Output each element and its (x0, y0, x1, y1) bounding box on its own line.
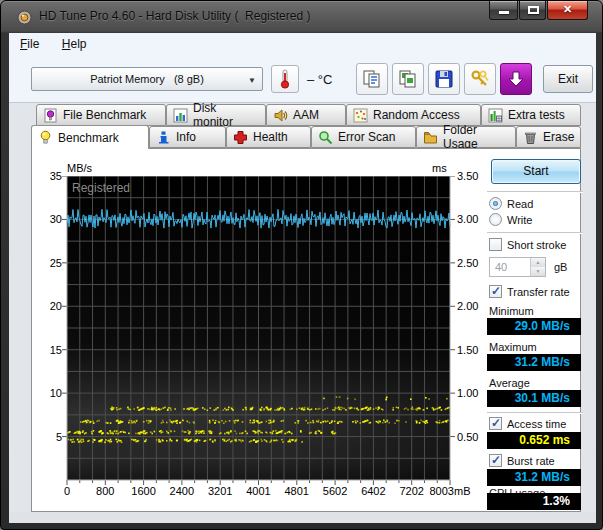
bar-monitor-icon (173, 108, 188, 123)
stepper-buttons[interactable]: ▲ ▼ (530, 258, 545, 276)
tab-error-scan[interactable]: Error Scan (311, 126, 416, 148)
capacity-unit: gB (554, 261, 567, 273)
tab-label: Extra tests (508, 108, 565, 122)
y-left-tick-label: 10 (32, 387, 62, 399)
menu-file[interactable]: File (13, 33, 46, 51)
y-right-tick-label: 1.00 (457, 387, 497, 399)
yellow-lamp-icon (38, 130, 53, 145)
tab-file-benchmark[interactable]: File Benchmark (36, 104, 166, 126)
temperature-button[interactable] (271, 65, 299, 93)
benchmark-chart: Registered (61, 176, 456, 488)
y-right-tick-label: 0.50 (457, 431, 497, 443)
folder-icon (423, 130, 438, 145)
caption-buttons: ✕ (488, 1, 588, 20)
maximize-button[interactable] (519, 1, 546, 20)
app-icon (17, 10, 32, 25)
maximum-value: 31.2 MB/s (487, 354, 581, 371)
tab-label: Disk monitor (193, 101, 259, 129)
stepper-up-icon[interactable]: ▲ (531, 258, 545, 267)
download-arrow-icon (507, 70, 525, 88)
tab-erase[interactable]: Erase (516, 126, 581, 148)
drive-select-value: Patriot Memory (8 gB) (90, 73, 204, 85)
burst-rate-value: 31.2 MB/s (487, 469, 581, 486)
read-radio[interactable] (489, 197, 502, 210)
y-right-axis-unit: ms (432, 162, 447, 174)
tab-folder-usage[interactable]: Folder Usage (416, 126, 516, 148)
start-button[interactable]: Start (491, 159, 581, 184)
red-cross-icon (233, 130, 248, 145)
tab-label: Random Access (373, 108, 460, 122)
access-time-checkbox[interactable] (489, 417, 502, 430)
capacity-row: 40 ▲ ▼ gB (489, 257, 567, 277)
tab-label: Benchmark (58, 131, 119, 145)
exit-button[interactable]: Exit (543, 65, 593, 93)
tab-label: Health (253, 130, 288, 144)
scatter-dots-icon (353, 108, 368, 123)
toolbar: Patriot Memory (8 gB) ▼ – °C (9, 57, 596, 103)
capacity-stepper[interactable]: 40 ▲ ▼ (489, 257, 546, 277)
purple-lamp-icon (43, 108, 58, 123)
tab-label: AAM (293, 108, 319, 122)
chevron-down-icon: ▼ (248, 76, 256, 85)
transfer-rate-label: Transfer rate (507, 286, 570, 298)
y-left-tick-label: 5 (32, 431, 62, 443)
y-left-axis-unit: MB/s (67, 162, 92, 174)
window-title: HD Tune Pro 4.60 - Hard Disk Utility ( R… (39, 9, 310, 23)
transfer-rate-checkbox[interactable] (489, 285, 502, 298)
y-right-tick-label: 3.00 (457, 213, 497, 225)
tab-health[interactable]: Health (226, 126, 311, 148)
access-time-row[interactable]: Access time (489, 417, 566, 430)
access-time-value: 0.652 ms (487, 432, 581, 449)
burst-rate-checkbox[interactable] (489, 454, 502, 467)
speaker-icon (273, 108, 288, 123)
y-right-tick-label: 2.00 (457, 300, 497, 312)
tab-label: File Benchmark (63, 108, 146, 122)
status-strip (9, 512, 596, 523)
minimize-button[interactable] (489, 1, 518, 20)
burst-rate-label: Burst rate (507, 455, 555, 467)
minimum-value: 29.0 MB/s (487, 318, 581, 335)
close-button[interactable]: ✕ (547, 1, 588, 20)
tab-label: Erase (543, 130, 574, 144)
copy-icon (362, 69, 382, 89)
tab-info[interactable]: Info (149, 126, 226, 148)
separator (487, 412, 583, 413)
separator (487, 232, 583, 233)
menu-help[interactable]: Help (55, 33, 94, 51)
options-keys-icon (470, 69, 490, 89)
maximize-icon (528, 6, 539, 14)
stepper-down-icon[interactable]: ▼ (531, 267, 545, 276)
copy-text-button[interactable] (356, 63, 388, 95)
y-left-tick-label: 20 (32, 300, 62, 312)
y-left-tick-label: 30 (32, 213, 62, 225)
copy-image-button[interactable] (392, 63, 424, 95)
save-icon (434, 69, 454, 89)
client-area: File Help Patriot Memory (8 gB) ▼ – °C (9, 33, 596, 523)
options-button[interactable] (464, 63, 496, 95)
tab-disk-monitor[interactable]: Disk monitor (166, 104, 266, 126)
tab-label: Folder Usage (443, 123, 509, 151)
burst-rate-row[interactable]: Burst rate (489, 454, 555, 467)
download-button[interactable] (500, 63, 532, 95)
short-stroke-row[interactable]: Short stroke (489, 238, 566, 251)
menu-bar: File Help (9, 33, 596, 57)
read-label: Read (507, 198, 533, 210)
access-time-label: Access time (507, 418, 566, 430)
benchmark-panel: MB/s ms Registered Start (31, 148, 581, 512)
transfer-rate-row[interactable]: Transfer rate (489, 285, 570, 298)
read-radio-row[interactable]: Read (489, 197, 533, 210)
registered-watermark: Registered (72, 181, 130, 195)
minimize-icon (499, 11, 509, 14)
drive-select[interactable]: Patriot Memory (8 gB) ▼ (31, 67, 263, 91)
title-bar[interactable]: HD Tune Pro 4.60 - Hard Disk Utility ( R… (1, 1, 602, 33)
short-stroke-checkbox[interactable] (489, 238, 502, 251)
tab-aam[interactable]: AAM (266, 104, 346, 126)
temperature-value: – (307, 72, 314, 87)
thermometer-icon (278, 69, 292, 89)
separator (487, 191, 583, 192)
tab-benchmark[interactable]: Benchmark (31, 125, 149, 149)
magnifier-icon (318, 130, 333, 145)
y-right-tick-label: 1.50 (457, 344, 497, 356)
save-button[interactable] (428, 63, 460, 95)
temperature-unit: °C (318, 72, 333, 87)
